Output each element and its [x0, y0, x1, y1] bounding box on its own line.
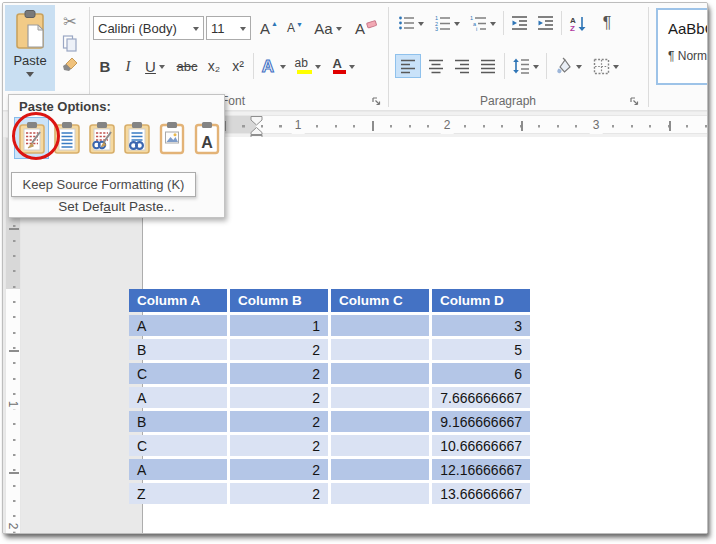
shrink-font-button[interactable]: A▼: [283, 16, 307, 40]
table-cell[interactable]: 2: [230, 483, 328, 504]
bold-button[interactable]: B: [95, 54, 115, 78]
table-cell[interactable]: A: [129, 387, 227, 408]
table-cell[interactable]: 5: [432, 339, 530, 360]
table-cell[interactable]: Z: [129, 483, 227, 504]
table-cell[interactable]: 10.66666667: [432, 435, 530, 456]
horizontal-ruler[interactable]: 123: [143, 115, 708, 134]
align-left-button[interactable]: [395, 54, 421, 78]
multilevel-list-button[interactable]: 1ai: [467, 11, 499, 35]
table-cell[interactable]: A: [129, 315, 227, 336]
word-window: Paste ✂ Calibri (Body) 11 A▲: [2, 2, 708, 534]
table-cell[interactable]: 2: [230, 459, 328, 480]
style-normal-card[interactable]: AaBbCc ¶ Normal: [656, 8, 708, 85]
table-cell[interactable]: 9.166666667: [432, 411, 530, 432]
table-cell[interactable]: B: [129, 339, 227, 360]
copy-button[interactable]: [57, 32, 83, 54]
show-formatting-marks-button[interactable]: ¶: [595, 11, 619, 35]
table-header-cell[interactable]: Column B: [230, 289, 328, 312]
font-name-value: Calibri (Body): [98, 21, 190, 36]
paste-option-picture[interactable]: [154, 117, 189, 159]
numbered-list-button[interactable]: 123: [431, 11, 463, 35]
table-row: A13: [129, 315, 530, 336]
table-cell[interactable]: 2: [230, 411, 328, 432]
clear-formatting-button[interactable]: A: [351, 16, 381, 40]
table-cell[interactable]: [331, 315, 429, 336]
table-cell[interactable]: [331, 459, 429, 480]
paste-option-link-and-keep-source-formatting[interactable]: [84, 117, 119, 159]
font-color-button[interactable]: A: [327, 54, 357, 78]
annotation-red-circle: [12, 112, 60, 160]
ruler-number: 3: [590, 116, 603, 134]
table-header-cell[interactable]: Column D: [432, 289, 530, 312]
set-default-paste-item[interactable]: Set Default Paste...: [9, 199, 224, 214]
decrease-indent-button[interactable]: [507, 11, 531, 35]
font-size-combo[interactable]: 11: [206, 16, 251, 40]
align-center-button[interactable]: [424, 54, 448, 78]
chevron-down-icon: [576, 65, 582, 72]
highlight-color-button[interactable]: ab: [291, 54, 323, 78]
group-separator: [648, 7, 649, 107]
font-dialog-launcher[interactable]: [371, 96, 383, 108]
underline-button[interactable]: U: [141, 54, 169, 78]
table-cell[interactable]: 2: [230, 387, 328, 408]
italic-button[interactable]: I: [119, 54, 137, 78]
sort-button[interactable]: A Z: [565, 11, 591, 35]
table-row: A212.16666667: [129, 459, 530, 480]
table-cell[interactable]: [331, 339, 429, 360]
table-cell[interactable]: 1: [230, 315, 328, 336]
borders-icon: [593, 58, 610, 75]
align-center-icon: [428, 59, 444, 74]
svg-text:Z: Z: [570, 24, 575, 32]
cut-button[interactable]: ✂: [57, 10, 83, 32]
line-spacing-button[interactable]: [509, 54, 541, 78]
superscript-button[interactable]: x²: [227, 54, 249, 78]
table-cell[interactable]: C: [129, 363, 227, 384]
paste-option-link-and-use-destination-styles[interactable]: [119, 117, 154, 159]
table-cell[interactable]: [331, 435, 429, 456]
change-case-button[interactable]: Aa: [311, 16, 345, 40]
grow-font-button[interactable]: A▲: [257, 16, 281, 40]
bullet-list-button[interactable]: [395, 11, 427, 35]
svg-text:3: 3: [435, 26, 438, 31]
superscript-label: x²: [232, 58, 244, 74]
table-cell[interactable]: 2: [230, 363, 328, 384]
table-cell[interactable]: [331, 411, 429, 432]
strikethrough-button[interactable]: abc: [173, 54, 201, 78]
paragraph-dialog-launcher[interactable]: [629, 96, 641, 108]
table-cell[interactable]: [331, 483, 429, 504]
paste-option-keep-text-only[interactable]: A: [189, 117, 224, 159]
table-cell[interactable]: [331, 387, 429, 408]
table-cell[interactable]: [331, 363, 429, 384]
change-case-label: Aa: [314, 20, 332, 37]
align-right-button[interactable]: [450, 54, 474, 78]
table-row: C210.66666667: [129, 435, 530, 456]
format-painter-icon: [62, 57, 78, 73]
paste-dropdown-arrow-icon[interactable]: [26, 72, 34, 81]
text-effects-button[interactable]: A: [257, 54, 287, 78]
group-separator: [388, 7, 389, 107]
table-cell[interactable]: 13.66666667: [432, 483, 530, 504]
table-cell[interactable]: C: [129, 435, 227, 456]
table-cell[interactable]: A: [129, 459, 227, 480]
table-header-cell[interactable]: Column A: [129, 289, 227, 312]
format-painter-button[interactable]: [57, 54, 83, 76]
table-cell[interactable]: 3: [432, 315, 530, 336]
table-cell[interactable]: 7.666666667: [432, 387, 530, 408]
table-cell[interactable]: 2: [230, 435, 328, 456]
font-name-combo[interactable]: Calibri (Body): [93, 16, 204, 40]
paste-button[interactable]: Paste: [5, 5, 55, 91]
shading-button[interactable]: [551, 54, 585, 78]
table-header-cell[interactable]: Column C: [331, 289, 429, 312]
table-cell[interactable]: B: [129, 411, 227, 432]
table-cell[interactable]: 2: [230, 339, 328, 360]
text-effects-icon: A: [259, 57, 277, 75]
table-cell[interactable]: 6: [432, 363, 530, 384]
subscript-button[interactable]: x₂: [203, 54, 225, 78]
bold-label: B: [100, 58, 111, 75]
line-spacing-icon: [512, 58, 530, 74]
borders-button[interactable]: [589, 54, 623, 78]
increase-indent-button[interactable]: [533, 11, 557, 35]
justify-button[interactable]: [476, 54, 500, 78]
chevron-down-icon: [418, 22, 424, 29]
table-cell[interactable]: 12.16666667: [432, 459, 530, 480]
